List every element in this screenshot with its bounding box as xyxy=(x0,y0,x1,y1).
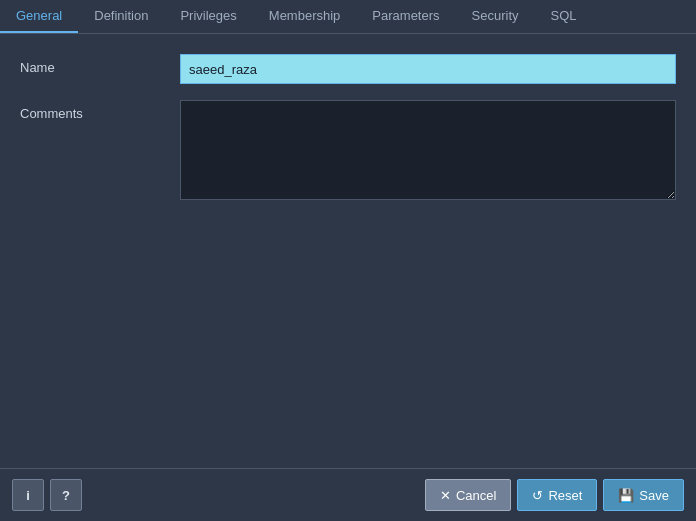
comments-textarea[interactable] xyxy=(180,100,676,200)
cancel-icon: ✕ xyxy=(440,488,451,503)
main-container: General Definition Privileges Membership… xyxy=(0,0,696,521)
save-label: Save xyxy=(639,488,669,503)
tab-general[interactable]: General xyxy=(0,0,78,33)
name-row: Name xyxy=(20,54,676,84)
main-content: Name Comments xyxy=(0,34,696,468)
footer: i ? ✕ Cancel ↺ Reset 💾 Save xyxy=(0,468,696,521)
footer-left: i ? xyxy=(12,479,82,511)
name-input[interactable] xyxy=(180,54,676,84)
reset-button[interactable]: ↺ Reset xyxy=(517,479,597,511)
info-button[interactable]: i xyxy=(12,479,44,511)
tab-security[interactable]: Security xyxy=(456,0,535,33)
help-button[interactable]: ? xyxy=(50,479,82,511)
tab-bar: General Definition Privileges Membership… xyxy=(0,0,696,34)
name-label: Name xyxy=(20,54,180,75)
cancel-label: Cancel xyxy=(456,488,496,503)
save-button[interactable]: 💾 Save xyxy=(603,479,684,511)
tab-sql[interactable]: SQL xyxy=(535,0,593,33)
save-icon: 💾 xyxy=(618,488,634,503)
footer-right: ✕ Cancel ↺ Reset 💾 Save xyxy=(425,479,684,511)
comments-label: Comments xyxy=(20,100,180,121)
reset-icon: ↺ xyxy=(532,488,543,503)
tab-definition[interactable]: Definition xyxy=(78,0,164,33)
cancel-button[interactable]: ✕ Cancel xyxy=(425,479,511,511)
tab-privileges[interactable]: Privileges xyxy=(164,0,252,33)
tab-membership[interactable]: Membership xyxy=(253,0,357,33)
reset-label: Reset xyxy=(548,488,582,503)
comments-row: Comments xyxy=(20,100,676,200)
tab-parameters[interactable]: Parameters xyxy=(356,0,455,33)
help-icon: ? xyxy=(62,488,70,503)
info-icon: i xyxy=(26,488,30,503)
